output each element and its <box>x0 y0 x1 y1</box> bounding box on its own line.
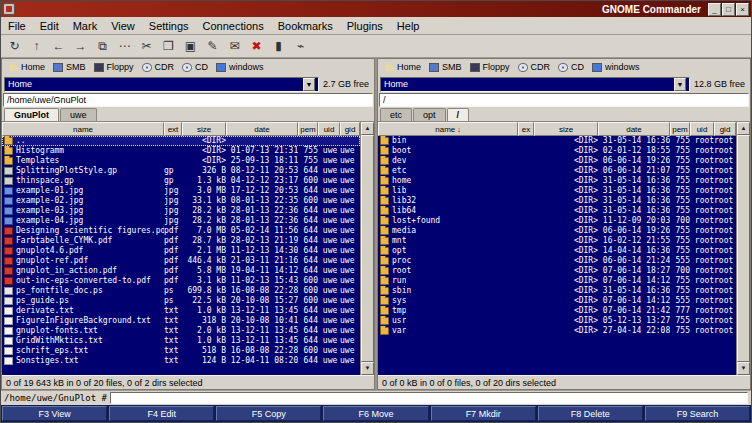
column-header-perm[interactable]: pem <box>670 122 690 136</box>
column-header-uid[interactable]: uid <box>690 122 714 136</box>
file-row[interactable]: tmp<DIR> 07-06-14 21:42777 rootroot <box>378 306 736 316</box>
file-row[interactable]: Histogramm<DIR> 01-07-13 21:31755 uweuwe <box>2 146 360 156</box>
column-header-gid[interactable]: gid <box>714 122 736 136</box>
close-button[interactable]: × <box>736 3 749 16</box>
left-connection-combo[interactable]: Home ▼ <box>4 77 319 92</box>
file-row[interactable]: lost+found<DIR> 11-12-09 20:03700 rootro… <box>378 216 736 226</box>
menu-file[interactable]: File <box>1 19 33 33</box>
column-header-ext[interactable]: ext <box>164 122 182 136</box>
chevron-down-icon[interactable]: ▼ <box>674 78 686 91</box>
column-header-ext[interactable]: ex <box>518 122 534 136</box>
copy-filenames-icon[interactable]: ⧉ <box>92 36 113 56</box>
file-row[interactable]: derivate.txttxt1.0 kB 13-12-11 13:45644 … <box>2 306 360 316</box>
file-row[interactable]: SplittingPlotStyle.gpgp326 B 08-12-11 20… <box>2 166 360 176</box>
menu-mark[interactable]: Mark <box>66 19 104 33</box>
refresh-icon[interactable]: ↻ <box>4 36 25 56</box>
left-scrollbar[interactable]: ▲ ▼ <box>360 122 374 375</box>
column-header-gid[interactable]: gid <box>340 122 360 136</box>
copy-icon[interactable]: ❐ <box>158 36 179 56</box>
file-row[interactable]: ps_fontfile_doc.psps699.8 kB 16-08-08 22… <box>2 286 360 296</box>
history-icon[interactable]: ⋯ <box>114 36 135 56</box>
column-header-uid[interactable]: uid <box>318 122 340 136</box>
file-row[interactable]: opt<DIR> 14-04-14 16:36755 rootroot <box>378 246 736 256</box>
cdr-drive-button[interactable]: CDR <box>514 60 555 74</box>
right-connection-combo[interactable]: Home ▼ <box>380 77 690 92</box>
menu-connections[interactable]: Connections <box>196 19 271 33</box>
file-row[interactable]: ..<DIR> <box>2 136 360 146</box>
back-icon[interactable]: ← <box>48 36 69 56</box>
file-row[interactable]: boot<DIR> 02-01-12 18:55755 rootroot <box>378 146 736 156</box>
fkey-f8-button[interactable]: F8 Delete <box>538 406 643 421</box>
file-row[interactable]: gnuplot-fonts.txttxt2.0 kB 13-12-11 13:4… <box>2 326 360 336</box>
fkey-f9-button[interactable]: F9 Search <box>645 406 750 421</box>
file-row[interactable]: usr<DIR> 05-12-13 13:27755 rootroot <box>378 316 736 326</box>
file-row[interactable]: proc<DIR> 06-06-14 21:24555 rootroot <box>378 256 736 266</box>
fkey-f7-button[interactable]: F7 Mkdir <box>431 406 536 421</box>
scrollbar-thumb[interactable] <box>361 135 374 362</box>
file-row[interactable]: example-03.jpgjpg28.2 kB 28-01-13 22:366… <box>2 206 360 216</box>
right-scrollbar[interactable]: ▲ ▼ <box>736 122 750 375</box>
paste-icon[interactable]: ▣ <box>180 36 201 56</box>
windows-drive-button[interactable]: windows <box>212 60 268 74</box>
scroll-up-icon[interactable]: ▲ <box>361 122 374 135</box>
cdr-drive-button[interactable]: CDR <box>138 60 179 74</box>
tab-opt[interactable]: opt <box>413 108 446 121</box>
edit-icon[interactable]: ✎ <box>202 36 223 56</box>
scroll-down-icon[interactable]: ▼ <box>361 362 374 375</box>
smb-drive-button[interactable]: SMB <box>425 60 466 74</box>
fkey-f3-button[interactable]: F3 View <box>2 406 107 421</box>
floppy-drive-button[interactable]: Floppy <box>466 60 514 74</box>
file-row[interactable]: schrift_eps.txttxt518 B 16-08-08 22:2860… <box>2 346 360 356</box>
menu-view[interactable]: View <box>104 19 142 33</box>
cut-icon[interactable]: ✂ <box>136 36 157 56</box>
scroll-up-icon[interactable]: ▲ <box>737 122 750 135</box>
smb-drive-button[interactable]: SMB <box>49 60 90 74</box>
file-row[interactable]: dev<DIR> 06-06-14 19:26755 rootroot <box>378 156 736 166</box>
menu-edit[interactable]: Edit <box>33 19 66 33</box>
column-header-perm[interactable]: pem <box>298 122 318 136</box>
menu-bookmarks[interactable]: Bookmarks <box>271 19 340 33</box>
command-input[interactable] <box>110 392 748 404</box>
file-row[interactable]: Designing scientific figures.pdfpdf7.0 M… <box>2 226 360 236</box>
tab-etc[interactable]: etc <box>380 108 412 121</box>
file-row[interactable]: etc<DIR> 06-06-14 21:07755 rootroot <box>378 166 736 176</box>
connect-icon[interactable]: ⌁ <box>290 36 311 56</box>
file-row[interactable]: media<DIR> 06-06-14 19:26755 rootroot <box>378 226 736 236</box>
file-row[interactable]: example-02.jpgjpg33.1 kB 08-01-13 22:356… <box>2 196 360 206</box>
terminal-icon[interactable]: ▮ <box>268 36 289 56</box>
file-row[interactable]: mnt<DIR> 16-02-12 21:55755 rootroot <box>378 236 736 246</box>
file-row[interactable]: bin<DIR> 31-05-14 16:36755 rootroot <box>378 136 736 146</box>
column-header-size[interactable]: size <box>534 122 598 136</box>
file-row[interactable]: ps_guide.psps22.5 kB 20-10-08 15:27600 u… <box>2 296 360 306</box>
file-row[interactable]: gnuplot-ref.pdfpdf446.4 kB 21-03-11 21:1… <box>2 256 360 266</box>
column-header-name[interactable]: name↓ <box>378 122 518 136</box>
tab-GnuPlot[interactable]: GnuPlot <box>4 108 59 121</box>
file-row[interactable]: sys<DIR> 07-06-14 14:12555 rootroot <box>378 296 736 306</box>
menu-plugins[interactable]: Plugins <box>340 19 390 33</box>
scroll-down-icon[interactable]: ▼ <box>737 362 750 375</box>
right-directory-indicator[interactable]: / <box>379 93 749 107</box>
file-row[interactable]: sbin<DIR> 31-05-14 16:36755 rootroot <box>378 286 736 296</box>
chevron-down-icon[interactable]: ▼ <box>303 78 315 91</box>
minimize-button[interactable]: _ <box>708 3 721 16</box>
menu-settings[interactable]: Settings <box>142 19 196 33</box>
file-row[interactable]: Sonstiges.txttxt124 B 12-04-11 08:20644 … <box>2 356 360 366</box>
menu-help[interactable]: Help <box>390 19 427 33</box>
fkey-f5-button[interactable]: F5 Copy <box>216 406 321 421</box>
mail-icon[interactable]: ✉ <box>224 36 245 56</box>
file-row[interactable]: example-04.jpgjpg28.2 kB 28-01-13 22:366… <box>2 216 360 226</box>
file-row[interactable]: out-inc-eps-converted-to.pdfpdf3.1 kB 11… <box>2 276 360 286</box>
cd-drive-button[interactable]: CD <box>178 60 212 74</box>
column-header-name[interactable]: name <box>2 122 164 136</box>
file-row[interactable]: GridWithMktics.txttxt1.0 kB 13-12-11 13:… <box>2 336 360 346</box>
tab-uwe[interactable]: uwe <box>60 108 97 121</box>
file-row[interactable]: home<DIR> 31-05-14 16:36755 rootroot <box>378 176 736 186</box>
cd-drive-button[interactable]: CD <box>554 60 588 74</box>
scrollbar-thumb[interactable] <box>737 135 750 362</box>
file-row[interactable]: FigureInFigureBackground.txttxt318 B 20-… <box>2 316 360 326</box>
fkey-f6-button[interactable]: F6 Move <box>323 406 428 421</box>
forward-icon[interactable]: → <box>70 36 91 56</box>
column-header-date[interactable]: date <box>598 122 670 136</box>
delete-icon[interactable]: ✖ <box>246 36 267 56</box>
floppy-drive-button[interactable]: Floppy <box>90 60 138 74</box>
